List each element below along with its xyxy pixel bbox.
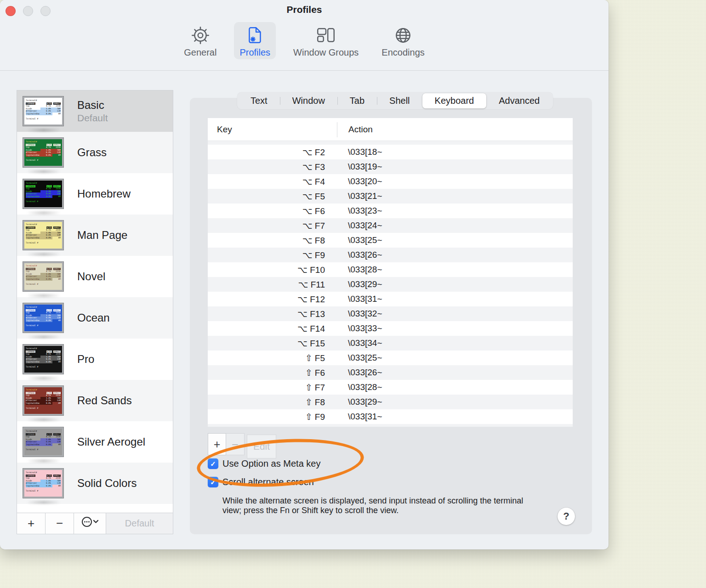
action-cell: \033[32~ (337, 309, 382, 319)
sidebar-action-bar: + − Default (17, 513, 173, 534)
profile-tabs: TextWindowTabShellKeyboardAdvanced (237, 92, 553, 109)
key-binding-row[interactable]: ⇧ F9 \033[31~ (208, 409, 573, 424)
key-cell: ⌥ F2 (208, 147, 337, 158)
key-binding-row[interactable]: ⌥ F8 \033[25~ (208, 233, 573, 248)
toolbar-item-general[interactable]: General (178, 22, 222, 59)
action-cell: \033[25~ (337, 353, 382, 363)
tab-window[interactable]: Window (280, 93, 337, 108)
column-header-action[interactable]: Action (337, 124, 373, 135)
toolbar-item-profiles[interactable]: Profiles (234, 22, 276, 59)
action-cell: \033[26~ (337, 250, 382, 260)
key-cell: ⌥ F4 (208, 176, 337, 187)
key-binding-row[interactable]: ⌥ F13 \033[32~ (208, 306, 573, 321)
profile-name: Man Page (77, 229, 127, 242)
table-header: Key Action (208, 118, 573, 141)
remove-profile-button[interactable]: − (46, 513, 74, 534)
key-binding-row[interactable]: ⌥ F2 \033[18~ (208, 145, 573, 159)
key-binding-row[interactable]: ⌥ F11 \033[29~ (208, 277, 573, 292)
action-cell: \033[28~ (337, 382, 382, 392)
key-binding-row[interactable]: ⇧ F8 \033[29~ (208, 395, 573, 409)
toolbar-item-window-groups[interactable]: Window Groups (288, 22, 364, 59)
action-cell: \033[29~ (337, 279, 382, 289)
profile-thumbnail: Terminal# COMMAND%CPURPRVT top4.1%231K X… (23, 262, 64, 291)
profile-thumbnail: Terminal# COMMAND%CPURPRVT top4.1%231K X… (23, 96, 64, 126)
tab-advanced[interactable]: Advanced (486, 93, 552, 108)
profile-list-item[interactable]: Terminal# COMMAND%CPURPRVT top4.1%231K X… (17, 380, 173, 421)
tab-shell[interactable]: Shell (377, 93, 422, 108)
key-cell: ⇧ F8 (208, 397, 337, 407)
action-cell: \033[21~ (337, 191, 382, 201)
key-binding-row[interactable]: ⌥ F10 \033[28~ (208, 262, 573, 277)
column-header-key[interactable]: Key (208, 124, 337, 135)
action-cell: \033[33~ (337, 323, 382, 334)
key-binding-row[interactable]: ⌥ F7 \033[24~ (208, 218, 573, 233)
key-cell: ⌥ F10 (208, 265, 337, 275)
key-cell: ⇧ F6 (208, 368, 337, 378)
window-title: Profiles (0, 4, 609, 15)
action-cell: \033[31~ (337, 294, 382, 304)
key-cell: ⌥ F12 (208, 294, 337, 305)
partial-scrolled-row (208, 424, 573, 427)
default-button[interactable]: Default (106, 513, 173, 534)
key-binding-row[interactable]: ⌥ F14 \033[33~ (208, 321, 573, 336)
profile-thumbnail: Terminal# COMMAND%CPURPRVT top4.1%231K X… (23, 469, 64, 498)
profile-list-item[interactable]: Terminal# COMMAND%CPURPRVT top4.1%231K X… (17, 173, 173, 215)
key-binding-row[interactable]: ⌥ F6 \033[23~ (208, 204, 573, 218)
key-binding-row[interactable]: ⇧ F6 \033[26~ (208, 365, 573, 380)
profile-list-item[interactable]: Terminal# COMMAND%CPURPRVT top4.1%231K X… (17, 90, 173, 132)
action-cell: \033[31~ (337, 412, 382, 422)
key-bindings-table: Key Action ⌥ F2 \033[18~ ⌥ F3 \033[19~ ⌥… (208, 118, 573, 427)
binding-actions: + − Edit (208, 433, 276, 458)
key-binding-row[interactable]: ⌥ F4 \033[20~ (208, 174, 573, 189)
profile-list-item[interactable]: Terminal# COMMAND%CPURPRVT top4.1%231K X… (17, 297, 173, 339)
key-cell: ⇧ F5 (208, 353, 337, 363)
tab-keyboard[interactable]: Keyboard (422, 93, 487, 108)
checkbox-checked-icon[interactable]: ✓ (208, 458, 218, 469)
key-binding-row[interactable]: ⇧ F5 \033[25~ (208, 351, 573, 365)
key-cell: ⌥ F13 (208, 309, 337, 319)
profile-list-item[interactable]: Terminal# COMMAND%CPURPRVT top4.1%231K X… (17, 339, 173, 380)
action-cell: \033[19~ (337, 162, 382, 172)
tab-text[interactable]: Text (238, 93, 280, 108)
tab-tab[interactable]: Tab (337, 93, 377, 108)
edit-binding-button[interactable]: Edit (247, 435, 276, 458)
key-binding-row[interactable]: ⌥ F3 \033[19~ (208, 159, 573, 174)
titlebar: Profiles General Profiles Window Groups … (0, 0, 609, 71)
action-cell: \033[28~ (337, 265, 382, 275)
action-cell: \033[23~ (337, 206, 382, 216)
profile-subtitle: Default (77, 113, 108, 124)
partial-scrolled-row (208, 141, 573, 145)
key-cell: ⌥ F9 (208, 250, 337, 260)
key-binding-row[interactable]: ⌥ F9 \033[26~ (208, 248, 573, 262)
checkbox-label: Scroll alternate screen (222, 477, 314, 487)
checkbox-checked-icon[interactable]: ✓ (208, 477, 218, 487)
more-options-button[interactable] (74, 513, 106, 534)
add-profile-button[interactable]: + (17, 513, 46, 534)
add-binding-button[interactable]: + (208, 433, 226, 455)
profile-list-item[interactable]: Terminal# COMMAND%CPURPRVT top4.1%231K X… (17, 463, 173, 504)
column-divider (337, 122, 337, 137)
globe-icon (393, 24, 414, 46)
key-cell: ⌥ F15 (208, 338, 337, 349)
key-cell: ⌥ F7 (208, 220, 337, 231)
help-button[interactable]: ? (558, 508, 575, 525)
window-groups-icon (315, 24, 336, 46)
profile-list-item[interactable]: Terminal# COMMAND%CPURPRVT top4.1%231K X… (17, 132, 173, 173)
toolbar-item-encodings[interactable]: Encodings (376, 22, 430, 59)
option-meta-checkbox-row: ✓ Use Option as Meta key (208, 458, 320, 469)
profile-name: Novel (77, 270, 105, 283)
profile-list-item[interactable]: Terminal# COMMAND%CPURPRVT top4.1%231K X… (17, 256, 173, 297)
action-cell: \033[29~ (337, 397, 382, 407)
remove-binding-button[interactable]: − (226, 433, 245, 455)
key-binding-row[interactable]: ⇧ F7 \033[28~ (208, 380, 573, 395)
key-cell: ⌥ F6 (208, 206, 337, 216)
key-binding-row[interactable]: ⌥ F12 \033[31~ (208, 292, 573, 306)
key-binding-row[interactable]: ⌥ F15 \033[34~ (208, 336, 573, 351)
key-binding-row[interactable]: ⌥ F5 \033[21~ (208, 189, 573, 204)
key-cell: ⌥ F3 (208, 162, 337, 172)
profile-list-item[interactable]: Terminal# COMMAND%CPURPRVT top4.1%231K X… (17, 421, 173, 463)
scroll-alternate-checkbox-row: ✓ Scroll alternate screen (208, 477, 314, 487)
profile-name: Silver Aerogel (77, 435, 145, 448)
profile-list-item[interactable]: Terminal# COMMAND%CPURPRVT top4.1%231K X… (17, 215, 173, 256)
document-gear-icon (245, 24, 266, 46)
